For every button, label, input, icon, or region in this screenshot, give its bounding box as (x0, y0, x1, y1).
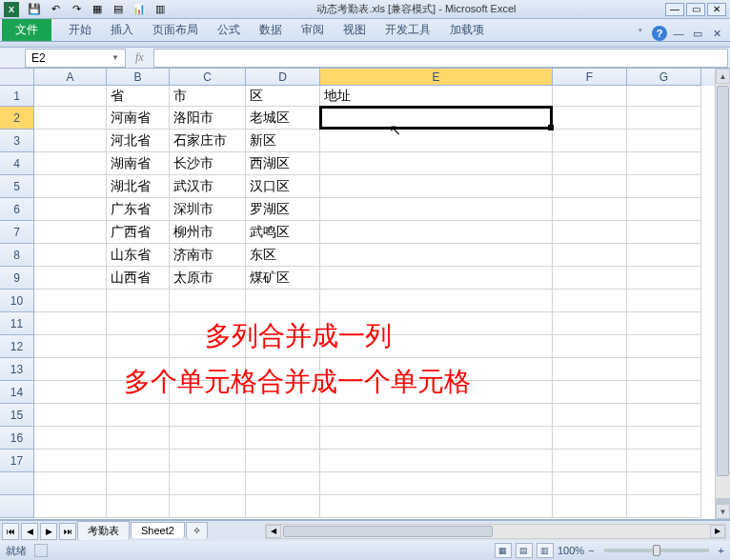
cell[interactable]: 区 (246, 86, 320, 107)
cell[interactable] (553, 290, 627, 312)
help-icon[interactable]: ? (652, 26, 667, 41)
cell[interactable] (170, 427, 246, 450)
cell[interactable] (553, 404, 627, 427)
cell[interactable] (246, 358, 320, 381)
scroll-left-icon[interactable]: ◀ (266, 525, 281, 538)
cell[interactable] (627, 86, 701, 107)
cell[interactable] (553, 427, 627, 450)
cell[interactable] (553, 152, 627, 175)
cell[interactable] (553, 472, 627, 495)
cell[interactable] (34, 312, 107, 335)
cell[interactable] (627, 244, 701, 267)
row-head-6[interactable]: 6 (0, 198, 34, 221)
cell[interactable] (627, 175, 701, 198)
cell[interactable] (320, 267, 553, 290)
row-head-4[interactable]: 4 (0, 152, 34, 175)
cell[interactable]: 山西省 (107, 267, 170, 290)
cell[interactable] (320, 381, 553, 404)
cell[interactable] (553, 130, 627, 152)
cell[interactable]: 市 (170, 86, 246, 107)
cell[interactable]: 长沙市 (170, 152, 246, 175)
tab-nav-last-icon[interactable]: ⏭ (59, 523, 76, 540)
undo-icon[interactable]: ↶ (48, 2, 63, 17)
name-box[interactable]: E2 ▼ (25, 49, 126, 68)
row-head-3[interactable]: 3 (0, 130, 34, 152)
tab-formula[interactable]: 公式 (208, 19, 250, 41)
cell[interactable]: 河北省 (107, 130, 170, 152)
cell[interactable]: 石家庄市 (170, 130, 246, 152)
cell[interactable]: 洛阳市 (170, 107, 246, 130)
tab-data[interactable]: 数据 (250, 19, 292, 41)
col-head-D[interactable]: D (246, 69, 320, 86)
cell[interactable]: 煤矿区 (246, 267, 320, 290)
cell[interactable] (34, 107, 107, 130)
col-head-A[interactable]: A (34, 69, 107, 86)
cell[interactable] (553, 86, 627, 107)
cell[interactable]: 广东省 (107, 198, 170, 221)
vertical-scrollbar[interactable]: ▲ ▼ (715, 69, 730, 519)
minimize-button[interactable]: — (665, 3, 684, 16)
cell[interactable]: 老城区 (246, 107, 320, 130)
cell[interactable] (627, 221, 701, 244)
row-head-9[interactable]: 9 (0, 267, 34, 290)
row-head-17[interactable]: 17 (0, 450, 34, 472)
cell[interactable] (553, 221, 627, 244)
cell[interactable] (34, 86, 107, 107)
cell[interactable] (34, 358, 107, 381)
save-icon[interactable]: 💾 (27, 2, 42, 17)
close-button[interactable]: ✕ (707, 3, 726, 16)
cell[interactable] (34, 495, 107, 518)
hscroll-thumb[interactable] (283, 526, 493, 537)
cell[interactable] (553, 175, 627, 198)
vscroll-thumb[interactable] (717, 86, 729, 476)
ribbon-minimize-icon[interactable]: ˅ (633, 26, 648, 41)
cell[interactable]: 河南省 (107, 107, 170, 130)
cell[interactable] (320, 427, 553, 450)
cell[interactable] (34, 472, 107, 495)
view-break-icon[interactable]: ▥ (537, 543, 554, 558)
cell[interactable] (246, 450, 320, 472)
zoom-slider[interactable] (604, 549, 709, 552)
cell[interactable] (170, 472, 246, 495)
cell[interactable]: 新区 (246, 130, 320, 152)
col-head-E[interactable]: E (320, 69, 553, 86)
row-head-19[interactable] (0, 495, 34, 518)
cell[interactable] (34, 198, 107, 221)
row-head-12[interactable]: 12 (0, 335, 34, 358)
cell[interactable] (107, 312, 170, 335)
cell[interactable] (107, 450, 170, 472)
cell[interactable] (107, 427, 170, 450)
cell[interactable] (627, 267, 701, 290)
row-head-7[interactable]: 7 (0, 221, 34, 244)
cell[interactable] (627, 472, 701, 495)
cell[interactable] (34, 130, 107, 152)
cell[interactable] (320, 175, 553, 198)
cell[interactable] (627, 198, 701, 221)
view-normal-icon[interactable]: ▦ (495, 543, 512, 558)
cell[interactable] (320, 495, 553, 518)
cell[interactable] (34, 427, 107, 450)
tab-nav-prev-icon[interactable]: ◀ (21, 523, 38, 540)
cell[interactable]: 武鸣区 (246, 221, 320, 244)
zoom-slider-knob[interactable] (653, 545, 660, 556)
cell[interactable] (627, 381, 701, 404)
cell[interactable] (170, 358, 246, 381)
cell[interactable] (246, 427, 320, 450)
tab-nav-next-icon[interactable]: ▶ (40, 523, 57, 540)
col-head-G[interactable]: G (627, 69, 701, 86)
tab-developer[interactable]: 开发工具 (375, 19, 440, 41)
cell[interactable] (246, 472, 320, 495)
cell[interactable] (246, 381, 320, 404)
row-head-16[interactable]: 16 (0, 427, 34, 450)
tab-page-layout[interactable]: 页面布局 (143, 19, 208, 41)
cell[interactable]: 西湖区 (246, 152, 320, 175)
cell[interactable] (627, 290, 701, 312)
row-head-18[interactable] (0, 472, 34, 495)
qat-icon-1[interactable]: ▦ (90, 2, 105, 17)
cell[interactable] (170, 404, 246, 427)
cell[interactable] (107, 472, 170, 495)
cell[interactable] (34, 381, 107, 404)
row-head-10[interactable]: 10 (0, 290, 34, 312)
tab-addins[interactable]: 加载项 (440, 19, 494, 41)
cell[interactable]: 汉口区 (246, 175, 320, 198)
